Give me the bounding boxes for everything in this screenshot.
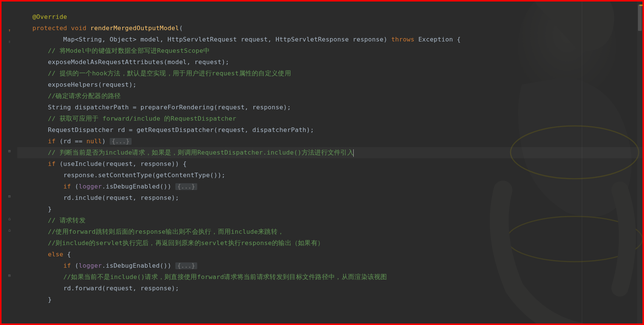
code-line[interactable]: } [17, 294, 642, 305]
code-line[interactable]: response.setContentType(getContentType()… [17, 170, 642, 181]
expand-icon[interactable]: ⊞ [8, 149, 11, 153]
code-line[interactable]: String dispatcherPath = prepareForRender… [17, 102, 642, 113]
code-fold[interactable]: {...} [175, 262, 198, 269]
comment: // 请求转发 [48, 217, 86, 224]
code-line[interactable]: protected void renderMergedOutputModel( [17, 23, 642, 34]
code-text: Map<String, Object> model, HttpServletRe… [32, 36, 391, 43]
comment: //确定请求分配器的路径 [48, 92, 121, 100]
field: logger [79, 262, 102, 269]
code-line[interactable]: rd.forward(request, response); [17, 283, 642, 294]
comment: // 获取可应用于 forward/include 的RequestDispat… [48, 115, 236, 122]
code-text: RequestDispatcher rd = getRequestDispatc… [48, 126, 314, 133]
keyword: if [48, 138, 55, 145]
code-line[interactable]: exposeHelpers(request); [17, 79, 642, 90]
code-line[interactable]: // 提供的一个hook方法，默认是空实现，用于用户进行request属性的自定… [17, 68, 642, 79]
code-line[interactable]: //则include的servlet执行完后，再返回到原来的servlet执行r… [17, 238, 642, 249]
arrow-up-icon[interactable]: ↑ [8, 28, 11, 33]
code-content[interactable]: @Override protected void renderMergedOut… [17, 11, 642, 305]
code-text: ( [71, 262, 78, 269]
code-text: String dispatcherPath = prepareForRender… [48, 104, 291, 111]
comment: //则include的servlet执行完后，再返回到原来的servlet执行r… [48, 239, 324, 247]
keyword: null [86, 138, 102, 145]
code-text: .isDebugEnabled()) [102, 262, 175, 269]
code-line[interactable]: exposeModelAsRequestAttributes(model, re… [17, 57, 642, 68]
comment: //使用forward跳转则后面的response输出则不会执行，而用inclu… [48, 228, 284, 235]
code-line[interactable]: if (logger.isDebugEnabled()) {...} [17, 260, 642, 271]
collapse-icon[interactable]: ⌂ [8, 216, 11, 221]
keyword: else [48, 251, 63, 258]
code-text: } [48, 205, 52, 213]
scrollbar[interactable] [637, 2, 642, 323]
scrollbar-thumb[interactable] [638, 5, 642, 31]
code-line[interactable]: else { [17, 249, 642, 260]
expand-icon[interactable]: ⊞ [8, 194, 11, 199]
keyword: if [63, 262, 71, 269]
code-text: rd.forward(request, response); [63, 285, 179, 292]
code-text: response.setContentType(getContentType()… [63, 172, 225, 179]
code-line[interactable]: //如果当前不是include()请求，则直接使用forward请求将当前请求转… [17, 271, 642, 283]
method-name: renderMergedOutputModel [90, 25, 179, 32]
code-line[interactable]: // 将Model中的键值对数据全部写进RequestScope中 [17, 45, 642, 57]
code-text: exposeModelAsRequestAttributes(model, re… [48, 58, 229, 66]
gutter[interactable]: ↑ ⇳ ⊞ ⊞ ⌂ ⌂ ⊞ [2, 2, 17, 323]
code-text: ) [102, 138, 109, 145]
code-text: .isDebugEnabled()) [102, 183, 175, 190]
code-line[interactable]: @Override [17, 11, 642, 23]
code-line[interactable]: //确定请求分配器的路径 [17, 90, 642, 102]
code-line[interactable]: // 请求转发 [17, 215, 642, 226]
code-editor[interactable]: ↑ ⇳ ⊞ ⊞ ⌂ ⌂ ⊞ @Override prote [2, 2, 642, 323]
keyword: throws [391, 36, 414, 43]
code-line[interactable]: RequestDispatcher rd = getRequestDispatc… [17, 124, 642, 136]
comment: // 将Model中的键值对数据全部写进RequestScope中 [48, 47, 210, 54]
code-text: exposeHelpers(request); [48, 81, 136, 88]
code-text: (useInclude(request, response)) { [55, 160, 187, 167]
code-line[interactable]: Map<String, Object> model, HttpServletRe… [17, 34, 642, 45]
keyword: if [63, 183, 71, 190]
comment: //如果当前不是include()请求，则直接使用forward请求将当前请求转… [63, 273, 387, 281]
override-icon[interactable]: ⇳ [8, 39, 11, 44]
comment: // 判断当前是否为include请求，如果是，则调用RequestDispat… [48, 149, 354, 156]
code-text: } [48, 296, 52, 303]
code-line[interactable]: if (rd == null) {...} [17, 136, 642, 147]
code-line[interactable]: if (useInclude(request, response)) { [17, 158, 642, 170]
comment: // 提供的一个hook方法，默认是空实现，用于用户进行request属性的自定… [48, 70, 291, 77]
keyword: if [48, 160, 55, 167]
code-line-current[interactable]: // 判断当前是否为include请求，如果是，则调用RequestDispat… [17, 147, 642, 158]
annotation: @Override [32, 13, 67, 20]
keyword: void [71, 25, 86, 32]
code-line[interactable]: //使用forward跳转则后面的response输出则不会执行，而用inclu… [17, 226, 642, 238]
field: logger [79, 183, 102, 190]
punct: ( [179, 25, 183, 32]
code-fold[interactable]: {...} [110, 138, 132, 145]
code-line[interactable]: } [17, 204, 642, 215]
code-area[interactable]: @Override protected void renderMergedOut… [17, 2, 642, 323]
code-line[interactable]: if (logger.isDebugEnabled()) {...} [17, 181, 642, 192]
code-text: { [63, 251, 71, 258]
text-caret [353, 149, 354, 157]
collapse-icon[interactable]: ⌂ [8, 228, 11, 233]
code-line[interactable]: // 获取可应用于 forward/include 的RequestDispat… [17, 113, 642, 124]
code-line[interactable]: rd.include(request, response); [17, 192, 642, 204]
expand-icon[interactable]: ⊞ [8, 273, 11, 278]
code-text: (rd == [55, 138, 86, 145]
keyword: protected [32, 25, 67, 32]
code-text: Exception { [414, 36, 461, 43]
code-text: rd.include(request, response); [63, 194, 179, 201]
code-text: ( [71, 183, 78, 190]
code-fold[interactable]: {...} [175, 183, 198, 190]
